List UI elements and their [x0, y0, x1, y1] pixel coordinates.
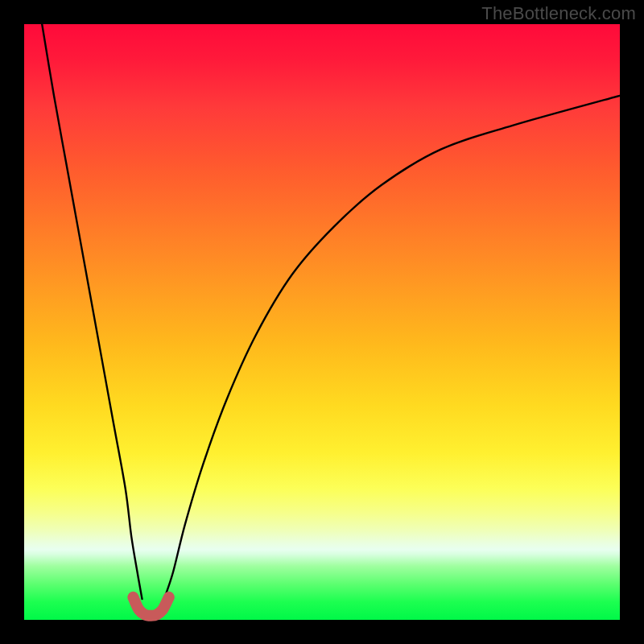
watermark-text: TheBottleneck.com	[481, 3, 636, 24]
plot-area	[24, 24, 620, 620]
chart-svg	[24, 24, 620, 620]
curve-right-branch	[164, 96, 620, 599]
chart-frame: TheBottleneck.com	[0, 0, 644, 644]
curve-left-branch	[42, 24, 142, 599]
valley-marker	[133, 597, 168, 616]
